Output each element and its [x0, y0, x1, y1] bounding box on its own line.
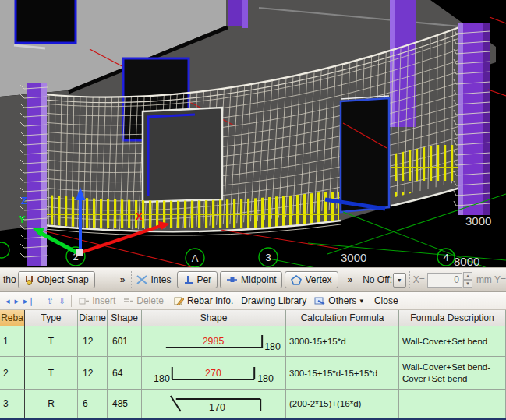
separator	[409, 271, 410, 288]
header-shape[interactable]: Shape	[142, 310, 286, 326]
formula-description: Wall-Cover+Set bend-Cover+Set bend	[399, 357, 506, 390]
delete-label: Delete	[136, 295, 164, 306]
3d-viewport[interactable]: 2 A 3 4 3000 3000 8000 Z Y X	[0, 0, 506, 267]
table-row[interactable]: 2 T 12 64 180 270 180 300-15+15*d-15+15*…	[0, 357, 506, 390]
svg-text:180: 180	[257, 372, 274, 383]
midpoint-snap-button[interactable]: Midpoint	[220, 271, 282, 288]
svg-text:170: 170	[209, 401, 225, 412]
delete-button[interactable]: Delete	[119, 294, 168, 308]
dim-3000-bottom: 3000	[341, 251, 366, 264]
vertex-snap-button[interactable]: Vertex	[285, 271, 338, 288]
edit-toolbar: ◂ ▸ ▸❘ ⇧ ⇩ Insert Delete Rebar Info. Dra…	[0, 292, 506, 310]
row-number: 3	[0, 390, 25, 418]
table-header-row: Reba Type Diame Shape Shape Calculation …	[0, 310, 506, 326]
shape-drawing: 180 270 180	[142, 357, 286, 390]
separator	[41, 295, 41, 307]
bubble-4: 4	[443, 252, 448, 263]
shape-code: 64	[108, 357, 142, 390]
shape-code: 601	[108, 326, 142, 357]
rebar-type: T	[25, 357, 78, 390]
bubble-3: 3	[265, 252, 271, 263]
others-dropdown-icon: ▾	[359, 297, 363, 305]
x-coordinate-label: X=	[413, 274, 425, 285]
row-number: 2	[0, 357, 25, 390]
shape-drawing: 2985 180	[142, 326, 286, 357]
no-offset-label: No Off:	[363, 274, 392, 285]
snap-toolbar: tho Object Snap » Intes Per Midpoint Ver…	[0, 267, 506, 292]
rebar-type: R	[25, 390, 78, 418]
delete-icon	[123, 297, 133, 305]
rebar-diameter: 12	[78, 326, 108, 357]
close-button[interactable]: Close	[370, 294, 402, 308]
midpoint-label: Midpoint	[241, 274, 276, 285]
toolbar-overflow-1[interactable]: »	[117, 274, 129, 285]
object-snap-icon	[24, 275, 34, 285]
ortho-label: tho	[3, 274, 16, 285]
others-button[interactable]: Others ▾	[310, 294, 367, 308]
header-type[interactable]: Type	[25, 310, 78, 326]
vertex-icon	[291, 275, 302, 285]
svg-text:180: 180	[154, 372, 170, 383]
object-snap-label: Object Snap	[37, 274, 89, 285]
application-window: 2 A 3 4 3000 3000 8000 Z Y X	[0, 0, 506, 420]
axis-y-label: Y	[19, 214, 26, 225]
axis-z-label: Z	[21, 195, 27, 206]
header-formula[interactable]: Calculation Formula	[286, 310, 399, 326]
axis-x-label: X	[136, 210, 143, 222]
header-shape-code[interactable]: Shape	[108, 310, 142, 326]
intersection-label: Intes	[150, 274, 171, 285]
rebar-info-button[interactable]: Rebar Info.	[170, 294, 237, 308]
object-snap-button[interactable]: Object Snap	[18, 271, 95, 288]
x-coordinate-spinner[interactable]: ▲▼	[463, 272, 472, 288]
others-label: Others	[328, 295, 356, 306]
close-label: Close	[374, 295, 398, 306]
rebar-table: Reba Type Diame Shape Shape Calculation …	[0, 310, 506, 418]
separator	[71, 295, 72, 307]
unit-y-label: mm Y=	[476, 274, 506, 285]
row-number: 1	[0, 326, 25, 357]
midpoint-icon	[226, 276, 238, 284]
svg-text:270: 270	[205, 367, 221, 378]
rebar-type: T	[25, 326, 78, 357]
calculation-formula: (200-2*15)+(16*d)	[286, 390, 399, 418]
table-row[interactable]: 3 R 6 485 170 (200-2*15)+(16*d)	[0, 390, 506, 418]
intersection-snap[interactable]: Intes	[135, 272, 172, 288]
perpendicular-snap-button[interactable]: Per	[177, 271, 218, 288]
header-diameter[interactable]: Diame	[78, 310, 108, 326]
column-left-face	[41, 83, 47, 266]
separator	[131, 271, 132, 288]
drawing-library-label: Drawing Library	[241, 295, 306, 306]
shape-code: 485	[108, 390, 142, 418]
header-description[interactable]: Formula Description	[399, 310, 506, 326]
ortho-button-partial[interactable]: tho	[2, 272, 18, 288]
header-rebar[interactable]: Reba	[0, 310, 25, 326]
column-top-a-face	[242, 0, 248, 28]
formula-description	[399, 390, 506, 418]
perpendicular-label: Per	[196, 274, 211, 285]
insert-button[interactable]: Insert	[75, 294, 119, 308]
move-down-icon[interactable]: ⇩	[56, 296, 68, 306]
intersection-icon	[136, 275, 147, 284]
x-coordinate-input[interactable]: 0	[427, 273, 462, 288]
drawing-library-button[interactable]: Drawing Library	[237, 294, 310, 308]
svg-text:2985: 2985	[203, 335, 225, 346]
perpendicular-icon	[183, 275, 193, 284]
calculation-formula: 3000-15+15*d	[286, 326, 399, 357]
no-offset-dropdown[interactable]: ▼	[393, 273, 406, 288]
column-right-face	[458, 23, 463, 215]
spinner-down-icon[interactable]: ▼	[463, 280, 472, 288]
move-up-icon[interactable]: ⇧	[44, 296, 56, 306]
table-row[interactable]: 1 T 12 601 2985 180 3000-15+15*d Wall-Co…	[0, 326, 506, 357]
rebar-info-icon	[174, 296, 184, 305]
toolbar-overflow-2[interactable]: »	[345, 274, 356, 285]
nav-next-icon[interactable]: ▸	[12, 296, 22, 306]
separator	[359, 271, 359, 288]
nav-last-icon[interactable]: ▸❘	[21, 296, 37, 306]
spinner-up-icon[interactable]: ▲	[463, 272, 472, 280]
nav-previous-icon[interactable]: ◂	[3, 296, 12, 306]
others-icon	[314, 297, 325, 305]
shape-drawing: 170	[142, 390, 286, 418]
insert-label: Insert	[92, 295, 115, 306]
rebar-info-label: Rebar Info.	[187, 295, 233, 306]
formula-description: Wall-Cover+Set bend	[399, 326, 506, 357]
